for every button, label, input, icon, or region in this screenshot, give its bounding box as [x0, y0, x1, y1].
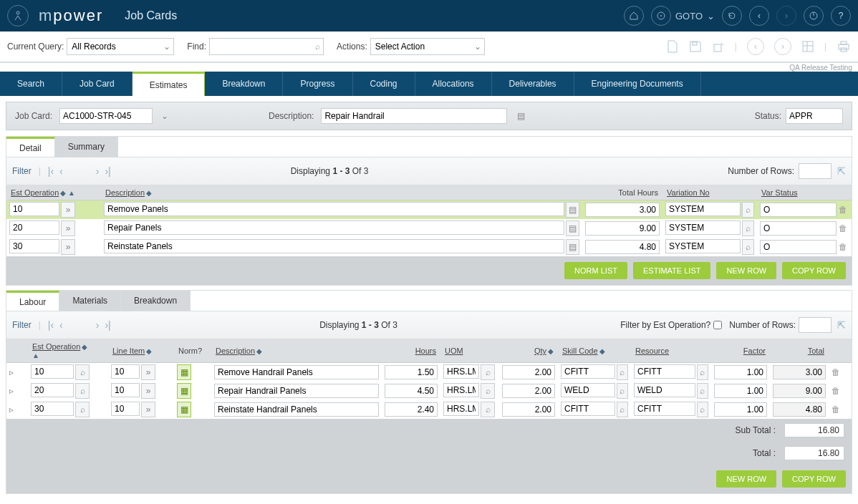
- last-page-icon[interactable]: ›|: [105, 165, 110, 177]
- expand-icon[interactable]: ▹: [9, 367, 14, 377]
- description-input[interactable]: [104, 220, 564, 235]
- textarea-icon[interactable]: ▤: [566, 202, 579, 218]
- table-row[interactable]: »▤⌕🗑: [6, 238, 852, 256]
- est-op-input[interactable]: [9, 220, 59, 235]
- prev-record-icon[interactable]: ‹: [747, 38, 764, 55]
- qty-input[interactable]: [502, 365, 555, 379]
- tab-job-card[interactable]: Job Card: [62, 72, 132, 96]
- home-icon[interactable]: [624, 6, 644, 26]
- table-row[interactable]: ▹⌕»▦⌕⌕⌕🗑: [6, 363, 852, 382]
- new-doc-icon[interactable]: [666, 39, 679, 54]
- description-input[interactable]: [214, 402, 379, 417]
- last-page-icon[interactable]: ›|: [105, 319, 110, 331]
- description-input[interactable]: [104, 202, 564, 216]
- hours-input[interactable]: [585, 240, 660, 254]
- qty-input[interactable]: [502, 402, 555, 417]
- new-row-button[interactable]: NEW ROW: [716, 470, 776, 488]
- hours-input[interactable]: [585, 203, 660, 217]
- prev-page-icon[interactable]: ‹: [59, 165, 63, 177]
- estimate-list-button[interactable]: ESTIMATE LIST: [633, 262, 710, 279]
- description-field[interactable]: [321, 108, 507, 124]
- textarea-icon[interactable]: ▤: [566, 220, 579, 236]
- lookup-icon[interactable]: ⌕: [75, 383, 90, 399]
- variation-input[interactable]: [665, 239, 741, 253]
- hours-input[interactable]: [385, 384, 438, 398]
- lookup-icon[interactable]: ⌕: [75, 364, 90, 380]
- rows-input[interactable]: [799, 317, 832, 333]
- tab-breakdown[interactable]: Breakdown: [205, 72, 283, 96]
- status-input[interactable]: [760, 221, 837, 236]
- resource-input[interactable]: [634, 383, 695, 397]
- subtab-breakdown[interactable]: Breakdown: [121, 291, 191, 311]
- skill-input[interactable]: [561, 364, 615, 379]
- search-icon[interactable]: ⌕: [315, 42, 320, 52]
- tab-coding[interactable]: Coding: [353, 72, 415, 96]
- actions-select[interactable]: ⌄: [370, 38, 485, 55]
- table-row[interactable]: »▤⌕🗑: [6, 219, 852, 238]
- textarea-icon[interactable]: ▤: [566, 239, 579, 255]
- next-record-icon[interactable]: ›: [774, 38, 791, 55]
- expand-icon[interactable]: ▹: [9, 404, 14, 415]
- description-input[interactable]: [104, 239, 564, 253]
- uom-input[interactable]: [443, 402, 479, 416]
- lookup-icon[interactable]: ⌕: [742, 239, 754, 255]
- status-input[interactable]: [760, 240, 837, 254]
- trash-icon[interactable]: 🗑: [832, 367, 840, 377]
- skill-input[interactable]: [561, 383, 615, 397]
- lookup-icon[interactable]: ⌕: [75, 402, 90, 417]
- subtab-summary[interactable]: Summary: [55, 137, 118, 157]
- detail-icon[interactable]: »: [141, 402, 155, 417]
- textarea-icon[interactable]: ▤: [514, 109, 527, 123]
- line-item-input[interactable]: [111, 383, 140, 397]
- rows-input[interactable]: [799, 163, 832, 179]
- tab-search[interactable]: Search: [0, 72, 62, 96]
- est-op-input[interactable]: [31, 364, 74, 379]
- hours-input[interactable]: [585, 221, 660, 236]
- detail-icon[interactable]: »: [61, 202, 75, 218]
- find-input[interactable]: [213, 40, 315, 53]
- save-icon[interactable]: [689, 40, 702, 53]
- popout-icon[interactable]: ⇱: [837, 165, 846, 177]
- description-input[interactable]: [214, 384, 379, 398]
- detail-icon[interactable]: »: [61, 220, 75, 236]
- first-page-icon[interactable]: |‹: [48, 165, 54, 177]
- skill-input[interactable]: [561, 402, 615, 416]
- uom-input[interactable]: [443, 383, 479, 397]
- status-input[interactable]: [760, 203, 837, 217]
- norm-list-button[interactable]: NORM LIST: [564, 262, 627, 279]
- factor-input[interactable]: [714, 384, 767, 398]
- norm-icon[interactable]: ▦: [177, 402, 191, 417]
- lookup-icon[interactable]: ⌕: [481, 402, 495, 417]
- lookup-icon[interactable]: ⌕: [481, 383, 495, 399]
- prev-page-icon[interactable]: ‹: [59, 319, 63, 331]
- description-input[interactable]: [214, 365, 379, 379]
- tab-estimates[interactable]: Estimates: [132, 72, 206, 96]
- subtab-detail[interactable]: Detail: [6, 137, 55, 157]
- lookup-icon[interactable]: ⌕: [697, 402, 708, 417]
- grid-icon[interactable]: [801, 40, 814, 53]
- tab-progress[interactable]: Progress: [283, 72, 352, 96]
- norm-icon[interactable]: ▦: [177, 383, 191, 399]
- trash-icon[interactable]: 🗑: [832, 386, 840, 396]
- table-row[interactable]: ▹⌕»▦⌕⌕⌕🗑: [6, 382, 852, 400]
- refresh-icon[interactable]: [722, 6, 742, 26]
- table-row[interactable]: »▤⌕🗑: [6, 200, 852, 220]
- filter-link[interactable]: Filter: [12, 166, 32, 176]
- tab-engineering-documents[interactable]: Engineering Documents: [574, 72, 701, 96]
- lookup-icon[interactable]: ⌕: [697, 383, 708, 399]
- lookup-icon[interactable]: ⌕: [617, 383, 628, 399]
- lookup-icon[interactable]: ⌕: [742, 202, 754, 218]
- table-row[interactable]: ▹⌕»▦⌕⌕⌕🗑: [6, 400, 852, 419]
- jobcard-field[interactable]: [59, 108, 153, 124]
- lookup-icon[interactable]: ⌕: [697, 364, 708, 380]
- factor-input[interactable]: [714, 402, 767, 417]
- lookup-icon[interactable]: ⌕: [481, 364, 495, 380]
- lookup-icon[interactable]: ⌕: [742, 220, 754, 236]
- tab-deliverables[interactable]: Deliverables: [492, 72, 574, 96]
- est-op-input[interactable]: [31, 402, 74, 416]
- copy-row-button[interactable]: COPY ROW: [782, 262, 846, 279]
- line-item-input[interactable]: [111, 402, 140, 416]
- find-input-wrap[interactable]: ⌕: [209, 38, 324, 55]
- total-input[interactable]: [773, 365, 826, 379]
- trash-icon[interactable]: 🗑: [838, 203, 849, 217]
